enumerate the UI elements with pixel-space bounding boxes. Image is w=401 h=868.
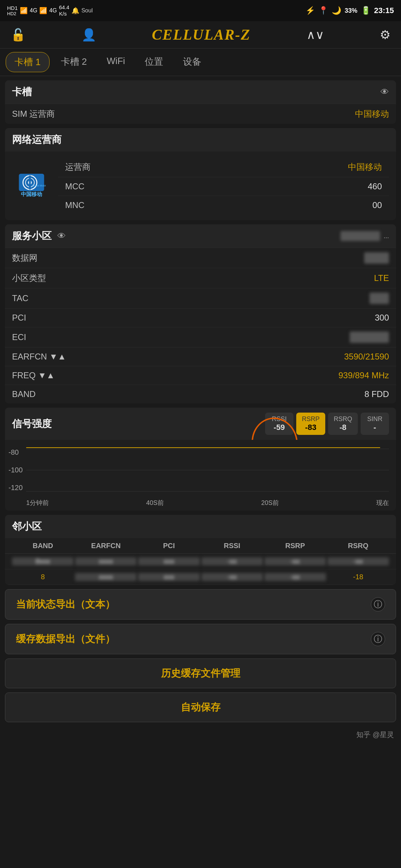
data-network-label: 数据网 xyxy=(12,252,38,264)
rssi-badge-value: -59 xyxy=(271,423,288,432)
rsrp-badge[interactable]: RSRP -83 xyxy=(296,413,325,435)
neighbor-row-2: 8 xxxx xxx -xx -xx -18 xyxy=(5,569,396,585)
nr1-rssi: -xx xyxy=(201,557,263,565)
card-section-header: 卡槽 👁 xyxy=(5,80,396,104)
eci-value-blurred: eci xyxy=(350,332,389,343)
service-cell-title: 服务小区 xyxy=(12,229,52,243)
sinr-badge-label: SINR xyxy=(366,415,383,423)
operator-details: 运营商 中国移动 MCC 460 MNC 00 xyxy=(58,157,389,214)
tab-device[interactable]: 设备 xyxy=(174,52,210,72)
bluetooth-icon: ⚡ xyxy=(305,6,315,15)
action-buttons: 当前状态导出（文本） ⓘ 缓存数据导出（文件） ⓘ 历史缓存文件管理 自动保存 xyxy=(5,589,396,722)
nr2-rsrq: -18 xyxy=(327,573,389,581)
eci-row: ECI eci xyxy=(5,327,396,347)
blurred-value-1: ... xyxy=(384,232,389,240)
status-bar-left: HD1HD2 📶 4G 📶 4G 64.4K/s 🔔 Soul xyxy=(7,4,93,17)
autosave-button[interactable]: 自动保存 xyxy=(5,692,396,722)
operator-name-row: 运营商 中国移动 xyxy=(58,157,389,177)
pci-row: PCI 300 xyxy=(5,308,396,327)
tab-bar: 卡槽 1 卡槽 2 WiFi 位置 设备 xyxy=(0,48,401,76)
band-value: 8 FDD xyxy=(365,389,389,399)
sinr-badge[interactable]: SINR - xyxy=(361,413,389,435)
nr2-earfcn: xxxx xyxy=(75,573,137,581)
export-file-label: 缓存数据导出（文件） xyxy=(16,632,115,646)
footer-text: 知乎 @星灵 xyxy=(356,731,394,738)
battery-label: 33% xyxy=(345,7,357,15)
status-bar-right: ⚡ 📍 🌙 33% 🔋 23:15 xyxy=(305,6,394,15)
service-cell-section: 服务小区 👁 我的手机 ... 数据网 LTE 小区类型 LTE TAC 08 … xyxy=(5,224,396,403)
y-label-80: -80 xyxy=(8,448,23,456)
freq-value: 939/894 MHz xyxy=(338,370,389,380)
nr1-rsrq: -xx xyxy=(327,557,389,565)
col-earfcn: EARFCN xyxy=(75,542,137,550)
gear-icon[interactable]: ⚙ xyxy=(380,28,390,42)
mnc-row: MNC 00 xyxy=(58,196,389,214)
rssi-badge[interactable]: RSSI -59 xyxy=(265,413,293,435)
freq-row: FREQ ▼▲ 939/894 MHz xyxy=(5,366,396,385)
mnc-label: MNC xyxy=(65,200,85,210)
speed-indicator: 64.4K/s xyxy=(59,4,69,17)
mcc-label: MCC xyxy=(65,182,85,191)
earfcn-label: EARFCN ▼▲ xyxy=(12,352,66,362)
mcc-row: MCC 460 xyxy=(58,177,389,196)
nr2-band: 8 xyxy=(12,573,74,581)
hd1-label: HD1HD2 xyxy=(7,5,18,16)
operator-label: 运营商 xyxy=(65,161,91,173)
chart-svg xyxy=(26,443,389,496)
network-operator-section: 网络运营商 China Mobile 中国移动 运营商 中国移动 MCC 46 xyxy=(5,128,396,220)
export-text-info-icon[interactable]: ⓘ xyxy=(371,597,385,611)
service-header-left: 服务小区 👁 xyxy=(12,229,66,243)
mcc-value: 460 xyxy=(368,182,382,191)
lock-icon[interactable]: 🔓 xyxy=(11,28,25,42)
svg-text:China Mobile: China Mobile xyxy=(31,184,46,187)
tab-wifi[interactable]: WiFi xyxy=(98,52,133,72)
col-band: BAND xyxy=(12,542,74,550)
nr1-earfcn: xxxx xyxy=(75,557,137,565)
export-text-button[interactable]: 当前状态导出（文本） ⓘ xyxy=(5,589,396,620)
network-operator-title: 网络运营商 xyxy=(12,134,62,145)
app-header: 🔓 👤 Cellular-Z ∧∨ ⚙ xyxy=(0,21,401,48)
tac-label: TAC xyxy=(12,293,28,303)
network-operator-header: 网络运营商 xyxy=(5,128,396,151)
rsrq-badge-value: -8 xyxy=(334,423,352,432)
rsrp-badge-label: RSRP xyxy=(302,415,320,423)
x-label-20s: 20S前 xyxy=(261,499,279,507)
pci-value: 300 xyxy=(375,313,389,323)
nr2-rssi: -xx xyxy=(201,573,263,581)
cell-type-label: 小区类型 xyxy=(12,272,46,284)
x-label-40s: 40S前 xyxy=(146,499,164,507)
mnc-value: 00 xyxy=(372,200,382,210)
tab-sim1[interactable]: 卡槽 1 xyxy=(6,52,50,72)
card-section-title: 卡槽 xyxy=(12,85,32,99)
earfcn-value: 3590/21590 xyxy=(344,352,389,362)
nr1-rsrp: -xx xyxy=(264,557,326,565)
col-rssi: RSSI xyxy=(201,542,263,550)
service-eye-icon[interactable]: 👁 xyxy=(57,231,66,241)
rsrq-badge[interactable]: RSRQ -8 xyxy=(328,413,358,435)
neighbor-cell-header: 邻小区 xyxy=(5,515,396,538)
service-header-right: 我的手机 ... xyxy=(340,231,389,241)
autosave-label: 自动保存 xyxy=(181,702,220,713)
export-file-info-icon[interactable]: ⓘ xyxy=(371,632,385,646)
wave-icon[interactable]: ∧∨ xyxy=(307,28,324,42)
history-button[interactable]: 历史缓存文件管理 xyxy=(5,659,396,688)
pci-label: PCI xyxy=(12,313,26,323)
soul-label: Soul xyxy=(81,7,93,14)
export-file-button[interactable]: 缓存数据导出（文件） ⓘ xyxy=(5,624,396,654)
tab-sim2[interactable]: 卡槽 2 xyxy=(52,52,96,72)
nr2-rsrp: -xx xyxy=(264,573,326,581)
service-cell-header: 服务小区 👁 我的手机 ... xyxy=(5,224,396,248)
nr1-band: 8xxx xyxy=(12,557,74,565)
person-icon[interactable]: 👤 xyxy=(81,28,96,42)
4g-label-2: 4G xyxy=(49,7,57,14)
operator-value: 中国移动 xyxy=(348,161,382,173)
location-icon: 📍 xyxy=(319,6,328,15)
sim-operator-value: 中国移动 xyxy=(355,108,389,120)
chart-line-area xyxy=(26,443,389,496)
network-operator-content: China Mobile 中国移动 运营商 中国移动 MCC 460 MNC 0… xyxy=(5,151,396,220)
x-label-now: 现在 xyxy=(376,499,389,507)
signal-badges: RSSI -59 RSRP -83 RSRQ -8 SINR - xyxy=(265,413,389,435)
signal-title: 信号强度 xyxy=(12,417,52,431)
tab-location[interactable]: 位置 xyxy=(136,52,172,72)
card-eye-icon[interactable]: 👁 xyxy=(380,87,389,97)
